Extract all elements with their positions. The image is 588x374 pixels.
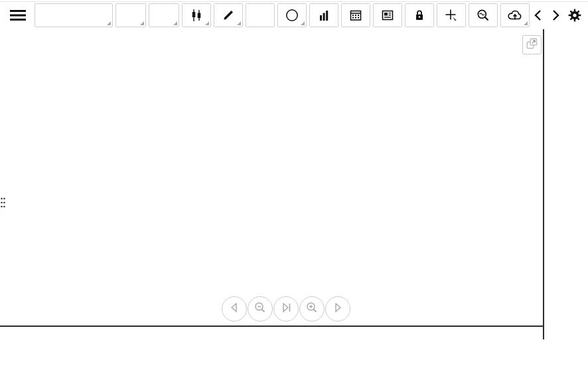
pencil-icon bbox=[220, 7, 236, 23]
magnifier-plus-icon bbox=[301, 296, 323, 322]
crosshair-button[interactable] bbox=[437, 3, 466, 27]
triangle-right-icon bbox=[327, 296, 349, 322]
chart-legend bbox=[16, 35, 28, 124]
news-icon bbox=[380, 7, 396, 23]
play-forward-button[interactable] bbox=[325, 296, 350, 322]
lock-button[interactable] bbox=[405, 3, 434, 27]
chart-nav-controls bbox=[222, 296, 351, 322]
chevron-right-icon bbox=[551, 9, 560, 22]
function-icon bbox=[250, 7, 270, 23]
draw-button[interactable] bbox=[214, 3, 243, 27]
zoom-in-button[interactable] bbox=[299, 296, 325, 322]
chart-canvas[interactable] bbox=[0, 29, 543, 326]
chevron-left-icon bbox=[534, 9, 543, 22]
timeframe-select[interactable] bbox=[115, 3, 146, 27]
crosshair-icon bbox=[443, 7, 459, 23]
calendar-button[interactable] bbox=[341, 3, 370, 27]
settings-button[interactable] bbox=[565, 3, 584, 27]
calendar-icon bbox=[348, 7, 364, 23]
chevron-right-button[interactable] bbox=[548, 3, 563, 27]
zoom-tool-button[interactable] bbox=[469, 3, 498, 27]
zoom-out-button[interactable] bbox=[248, 296, 273, 322]
price-type-select[interactable] bbox=[149, 3, 179, 27]
toolbar bbox=[0, 3, 588, 28]
price-axis[interactable] bbox=[543, 29, 588, 339]
chevron-left-button[interactable] bbox=[531, 3, 546, 27]
lock-icon bbox=[411, 7, 427, 23]
hamburger-icon bbox=[9, 8, 27, 23]
top-divider bbox=[0, 1, 588, 2]
time-axis[interactable] bbox=[0, 326, 543, 339]
indicators-button[interactable] bbox=[246, 3, 275, 27]
toolbar-right-group bbox=[531, 3, 585, 28]
timeline-minimap[interactable] bbox=[0, 339, 588, 374]
triangle-left-icon bbox=[223, 296, 246, 322]
price-line-drag-handle[interactable] bbox=[0, 197, 6, 211]
popout-icon bbox=[524, 36, 540, 54]
volume-button[interactable] bbox=[309, 3, 338, 27]
bars-icon bbox=[316, 7, 332, 23]
info-icon bbox=[284, 7, 300, 23]
gear-icon bbox=[567, 7, 583, 23]
popout-chart-button[interactable] bbox=[522, 35, 542, 54]
magnifier-wave-icon bbox=[475, 7, 491, 23]
go-to-latest-button[interactable] bbox=[273, 296, 299, 322]
menu-button[interactable] bbox=[5, 3, 31, 27]
step-back-button[interactable] bbox=[222, 296, 247, 322]
info-button[interactable] bbox=[277, 3, 307, 27]
skip-to-end-icon bbox=[275, 296, 297, 322]
cloud-upload-icon bbox=[506, 7, 524, 23]
candlestick-icon bbox=[188, 7, 204, 23]
cloud-upload-button[interactable] bbox=[500, 3, 530, 27]
chart-type-button[interactable] bbox=[182, 3, 211, 27]
magnifier-minus-icon bbox=[249, 296, 271, 322]
symbol-select[interactable] bbox=[35, 3, 113, 27]
news-button[interactable] bbox=[373, 3, 402, 27]
